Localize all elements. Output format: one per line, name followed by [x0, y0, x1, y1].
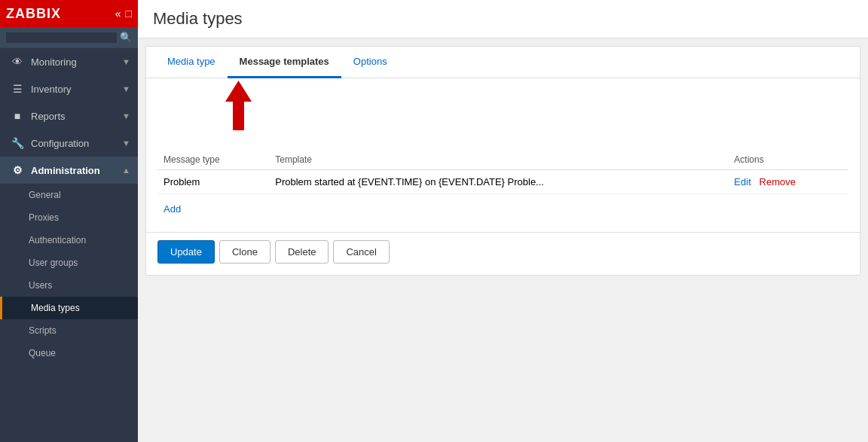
cell-template: Problem started at {EVENT.TIME} on {EVEN… [269, 170, 728, 194]
table-add-row: Add [157, 194, 848, 221]
chevron-down-icon: ▼ [122, 139, 130, 148]
sidebar-search-bar[interactable]: 🔍 [0, 27, 138, 48]
update-button[interactable]: Update [157, 240, 215, 264]
sidebar-item-administration[interactable]: ⚙ Administration ▲ [0, 157, 138, 184]
sidebar-item-monitoring[interactable]: 👁 Monitoring ▼ [0, 48, 138, 75]
page-title-text: Media types [153, 9, 243, 28]
subnav-item-scripts[interactable]: Scripts [0, 319, 138, 342]
page-title: Media types [138, 0, 868, 38]
sidebar-item-label: Inventory [31, 84, 122, 95]
add-link[interactable]: Add [164, 203, 181, 215]
content-area: Media type Message templates Options Mes [138, 38, 868, 442]
form-buttons: Update Clone Delete Cancel [146, 233, 860, 275]
sidebar-item-inventory[interactable]: ☰ Inventory ▼ [0, 75, 138, 102]
sidebar-item-label: Configuration [31, 138, 122, 149]
reports-icon: ■ [10, 110, 25, 122]
sidebar-item-label: Monitoring [31, 56, 122, 68]
configuration-icon: 🔧 [10, 137, 25, 149]
zabbix-logo: ZABBIX [6, 6, 61, 22]
sidebar-item-label: Reports [31, 111, 122, 122]
clone-button[interactable]: Clone [219, 240, 270, 264]
administration-icon: ⚙ [10, 164, 25, 176]
message-templates-table-area: Message type Template Actions Problem Pr… [146, 139, 860, 232]
tab-media-type[interactable]: Media type [155, 47, 228, 78]
sidebar-header: ZABBIX « □ [0, 0, 138, 27]
chevron-down-icon: ▼ [122, 57, 130, 66]
tab-bar: Media type Message templates Options [146, 47, 860, 78]
red-arrow-icon [222, 79, 255, 138]
main-content: Media types Media type Message templates… [138, 0, 868, 442]
search-icon: 🔍 [120, 32, 132, 43]
cell-actions: Edit Remove [728, 170, 848, 194]
subnav-item-users[interactable]: Users [0, 274, 138, 297]
subnav-item-media-types[interactable]: Media types [0, 297, 138, 319]
svg-marker-0 [225, 81, 252, 130]
remove-link[interactable]: Remove [760, 176, 796, 187]
collapse-icon[interactable]: « [115, 8, 121, 20]
col-header-message-type: Message type [157, 150, 269, 170]
expand-icon[interactable]: □ [126, 8, 132, 20]
inventory-icon: ☰ [10, 83, 25, 95]
chevron-up-icon: ▲ [122, 166, 130, 175]
chevron-down-icon: ▼ [122, 111, 130, 120]
sidebar-item-label: Administration [31, 165, 122, 176]
cell-message-type: Problem [157, 170, 269, 194]
monitoring-icon: 👁 [10, 56, 25, 68]
col-header-actions: Actions [728, 150, 848, 170]
tab-message-templates[interactable]: Message templates [228, 47, 341, 78]
col-header-template: Template [269, 150, 728, 170]
message-templates-table: Message type Template Actions Problem Pr… [157, 150, 848, 221]
chevron-down-icon: ▼ [122, 84, 130, 93]
subnav-item-authentication[interactable]: Authentication [0, 229, 138, 251]
sidebar: ZABBIX « □ 🔍 👁 Monitoring ▼ ☰ Inventory … [0, 0, 138, 442]
tab-options[interactable]: Options [341, 47, 399, 78]
delete-button[interactable]: Delete [275, 240, 329, 264]
sidebar-item-configuration[interactable]: 🔧 Configuration ▼ [0, 130, 138, 157]
sidebar-header-icons: « □ [115, 8, 132, 20]
table-row: Problem Problem started at {EVENT.TIME} … [157, 170, 848, 194]
annotation-arrow-area [146, 78, 860, 139]
search-input[interactable] [6, 32, 117, 43]
subnav-item-user-groups[interactable]: User groups [0, 251, 138, 274]
main-card: Media type Message templates Options Mes [145, 46, 860, 276]
subnav-item-queue[interactable]: Queue [0, 342, 138, 364]
subnav-item-general[interactable]: General [0, 184, 138, 206]
cancel-button[interactable]: Cancel [333, 240, 389, 264]
edit-link[interactable]: Edit [734, 176, 750, 187]
sidebar-item-reports[interactable]: ■ Reports ▼ [0, 102, 138, 130]
subnav-item-proxies[interactable]: Proxies [0, 206, 138, 229]
